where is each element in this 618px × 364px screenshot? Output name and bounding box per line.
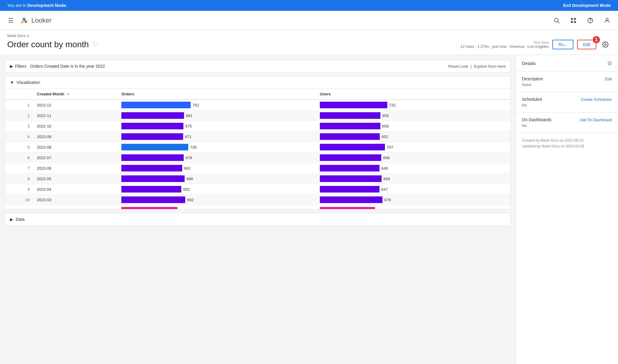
date-cell-2: 2022-11	[33, 110, 118, 121]
favorite-icon[interactable]: ♡	[92, 41, 98, 48]
left-panel: ▶ Filters Orders Created Date is in the …	[0, 55, 516, 364]
filters-bar: ▶ Filters Orders Created Date is in the …	[5, 60, 511, 72]
date-cell-5: 2022-08	[33, 142, 118, 153]
add-to-dashboard-button[interactable]: Add To Dashboard	[580, 118, 612, 122]
svg-point-1	[25, 20, 27, 23]
users-bar-9	[320, 186, 379, 193]
filters-left: ▶ Filters Orders Created Date is in the …	[10, 64, 105, 69]
svg-point-12	[606, 18, 608, 20]
date-cell-3: 2022-10	[33, 121, 118, 131]
users-value-9: 647	[381, 187, 388, 192]
search-button[interactable]	[551, 14, 563, 26]
row-num-2: 2	[5, 110, 33, 121]
orders-bar-6	[121, 154, 184, 161]
row-num-9: 9	[5, 184, 33, 195]
header: ☰ Looker	[0, 11, 618, 30]
orders-bar-cell-3: 675	[118, 121, 316, 131]
grid-menu-button[interactable]	[567, 14, 579, 26]
col-orders[interactable]: Orders	[118, 89, 316, 100]
breadcrumb-chevron-icon: ∨	[27, 34, 30, 38]
looker-logo-icon	[19, 16, 29, 25]
users-bar-3	[320, 123, 380, 129]
sort-icon: ▼	[67, 93, 70, 96]
data-label: Data	[16, 217, 25, 222]
orders-bar-cell-2: 681	[118, 110, 316, 121]
visualization-table-container[interactable]: Created Month ▼ Orders Users 1 2022-12 7…	[5, 89, 510, 209]
svg-rect-8	[571, 21, 573, 23]
visualization-header[interactable]: ▼ Visualization	[5, 76, 510, 89]
scheduled-row: Scheduled Create Schedules No	[516, 92, 618, 113]
breadcrumb: Marie Docs ∨	[7, 34, 611, 38]
svg-rect-7	[574, 18, 576, 20]
users-bar-11	[320, 207, 375, 209]
page-title: Order count by month ♡	[7, 40, 98, 49]
badge-1: 1	[592, 35, 601, 44]
row-num-5: 5	[5, 142, 33, 153]
table-row: 5 2022-08 726 707	[5, 142, 510, 153]
orders-value-3: 675	[185, 124, 192, 128]
orders-bar-cell-6: 678	[118, 153, 316, 163]
filters-right: Reset Look | Explore from Here	[448, 64, 506, 69]
explore-from-here-link[interactable]: Explore from Here	[474, 64, 506, 69]
filters-triangle-icon: ▶	[10, 64, 13, 69]
details-arrow-icon[interactable]: ⊙	[607, 60, 612, 66]
create-schedules-button[interactable]: Create Schedules	[581, 97, 612, 102]
run-button[interactable]: Ru...	[552, 40, 573, 49]
users-bar-7	[320, 165, 379, 171]
users-bar-cell-5: 707	[316, 142, 510, 153]
logo-text: Looker	[31, 17, 52, 24]
table-row: 4 2022-09 671 652	[5, 131, 510, 142]
viz-chevron-icon: ▼	[10, 80, 14, 85]
users-bar-cell-6: 668	[316, 153, 510, 163]
users-value-5: 707	[387, 145, 393, 150]
data-triangle-icon: ▶	[10, 217, 13, 222]
orders-bar-cell-10: 692	[118, 195, 316, 205]
visualization-label: Visualization	[17, 80, 40, 85]
row-num-4: 4	[5, 131, 33, 142]
users-bar-6	[320, 154, 381, 161]
table-row: 3 2022-10 675 658	[5, 121, 510, 131]
orders-bar-cell-9: 652	[118, 184, 316, 195]
users-value-2: 656	[382, 113, 389, 118]
filters-toggle[interactable]: ▶ Filters	[10, 64, 27, 69]
col-users[interactable]: Users	[316, 89, 510, 100]
orders-bar-10	[121, 196, 185, 203]
hamburger-menu-button[interactable]: ☰	[5, 14, 17, 26]
data-section[interactable]: ▶ Data	[5, 213, 511, 226]
scheduled-value: No	[522, 103, 612, 107]
hamburger-icon: ☰	[8, 17, 14, 24]
on-dashboards-value: No	[522, 123, 612, 128]
data-table: Created Month ▼ Orders Users 1 2022-12 7…	[5, 89, 510, 209]
users-value-11: 597	[377, 208, 383, 209]
users-bar-cell-7: 648	[316, 163, 510, 174]
users-bar-cell-9: 647	[316, 184, 510, 195]
breadcrumb-label[interactable]: Marie Docs	[7, 34, 26, 38]
users-value-3: 658	[382, 124, 389, 128]
date-cell-7: 2022-06	[33, 163, 118, 174]
orders-bar-9	[121, 186, 181, 193]
scheduled-header: Scheduled Create Schedules	[522, 97, 612, 102]
orders-value-5: 726	[190, 145, 197, 150]
dev-banner-text: You are in Development Mode.	[7, 3, 67, 8]
orders-bar-cell-1: 752	[118, 100, 316, 110]
reset-look-link[interactable]: Reset Look	[448, 64, 468, 69]
orders-value-9: 652	[183, 187, 190, 192]
description-edit-button[interactable]: Edit	[605, 77, 612, 81]
row-num-8: 8	[5, 174, 33, 184]
users-bar-cell-11: 597	[316, 205, 510, 209]
row-num-7: 7	[5, 163, 33, 174]
help-button[interactable]	[584, 14, 596, 26]
exit-dev-mode-button[interactable]: Exit Development Mode	[563, 3, 611, 8]
users-value-8: 669	[383, 177, 390, 181]
row-num-1: 1	[5, 100, 33, 110]
profile-button[interactable]	[601, 14, 613, 26]
orders-value-8: 688	[186, 177, 193, 181]
settings-gear-icon[interactable]	[600, 39, 611, 50]
col-created-month[interactable]: Created Month ▼	[33, 89, 118, 100]
orders-bar-11	[121, 207, 177, 209]
on-dashboards-label: On Dashboards	[522, 117, 551, 122]
orders-bar-cell-5: 726	[118, 142, 316, 153]
description-header: Description Edit	[522, 76, 612, 81]
details-header: Details ⊙	[516, 55, 618, 72]
table-header-row: Created Month ▼ Orders Users	[5, 89, 510, 100]
